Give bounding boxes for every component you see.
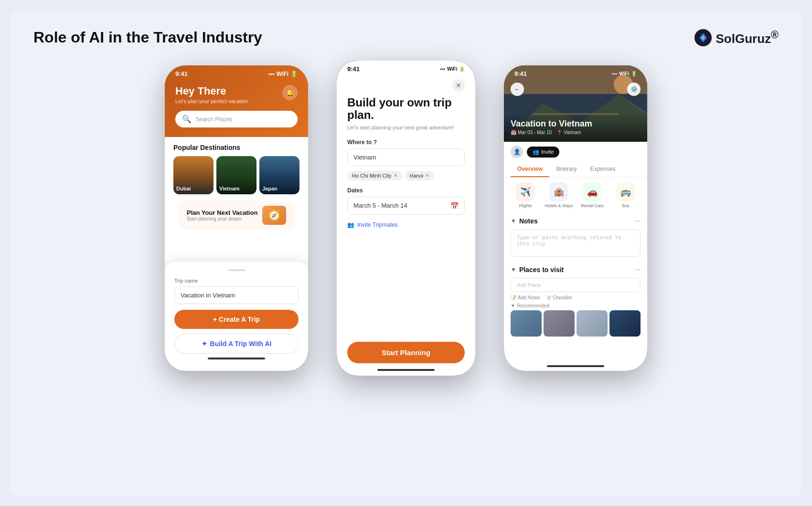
- status-bar-phone1: 9:41 ▪▪▪ WiFi 🔋: [165, 65, 308, 79]
- notes-chevron[interactable]: ▼: [511, 218, 516, 224]
- tab-expenses[interactable]: Expenses: [584, 162, 622, 177]
- build-title: Build your own trip plan.: [347, 96, 465, 122]
- checklist-action[interactable]: ☰ Checklist: [547, 295, 572, 300]
- rec-image-1[interactable]: [511, 310, 542, 337]
- search-icon: 🔍: [182, 115, 192, 124]
- build-ai-trip-button[interactable]: ✦ Build A Trip With AI: [174, 334, 299, 354]
- page-container: Role of AI in the Travel Industry SolGur…: [10, 10, 802, 496]
- city-tags: Ho Chi Minh City ✕ Hanoi ✕: [347, 171, 465, 180]
- where-to-label: Where to ?: [347, 139, 465, 146]
- recommended-images: [511, 310, 641, 337]
- rec-image-2[interactable]: [544, 310, 575, 337]
- close-button[interactable]: ✕: [452, 79, 465, 92]
- where-to-input[interactable]: Vietnam: [347, 148, 465, 166]
- notes-section: ▼ Notes ··· Type or paste anything relat…: [504, 213, 647, 263]
- user-avatar: 👤: [511, 146, 523, 158]
- add-place-input[interactable]: Add Place: [511, 278, 641, 292]
- time-phone3: 9:41: [514, 70, 527, 77]
- dest-label-dubai: Dubai: [176, 186, 191, 191]
- notes-more-button[interactable]: ···: [634, 217, 641, 225]
- remove-hanoi[interactable]: ✕: [425, 173, 429, 178]
- tag-hanoi: Hanoi ✕: [405, 171, 434, 180]
- invite-plus-icon: 👥: [533, 149, 539, 155]
- search-bar[interactable]: 🔍 Search Places: [175, 111, 298, 127]
- phones-area: 9:41 ▪▪▪ WiFi 🔋 Hey There Let's plan you…: [33, 61, 779, 376]
- recommended-chevron: ▼: [511, 303, 515, 308]
- home-indicator-phone3: [504, 361, 647, 369]
- hotels-label: Hotels & Stays: [545, 203, 573, 208]
- service-rental[interactable]: 🚗 Rental Cars: [577, 182, 607, 208]
- home-indicator-phone2: [337, 365, 475, 373]
- plan-illustration: 🧭: [262, 206, 286, 225]
- places-actions: 📝 Add Notes ☰ Checklist: [511, 295, 641, 300]
- create-trip-button[interactable]: + Create A Trip: [174, 310, 299, 329]
- status-icons-phone2: ▪▪▪ WiFi 🔋: [440, 66, 465, 72]
- trip-builder-content: ✕ Build your own trip plan. Let's start …: [337, 74, 475, 242]
- tab-overview[interactable]: Overview: [511, 162, 549, 177]
- flights-icon: ✈️: [516, 182, 535, 201]
- service-flights[interactable]: ✈️ Flights: [511, 182, 540, 208]
- dest-label-vietnam: Vietnam: [219, 186, 240, 191]
- plan-vacation-section: Plan Your Next Vacation Start planning y…: [178, 201, 295, 230]
- remove-hcmc[interactable]: ✕: [394, 173, 397, 178]
- dates-label: Dates: [347, 187, 465, 194]
- add-notes-action[interactable]: 📝 Add Notes: [511, 295, 540, 300]
- places-more-button[interactable]: ···: [634, 265, 641, 274]
- service-hotels[interactable]: 🏨 Hotels & Stays: [544, 182, 574, 208]
- modal-handle: [228, 269, 245, 271]
- page-title: Role of AI in the Travel Industry: [33, 29, 262, 46]
- solguruz-logo-icon: [694, 29, 712, 46]
- notes-title: Notes: [519, 217, 538, 225]
- service-bus[interactable]: 🚌 Bus: [611, 182, 641, 208]
- date-range: 📅 Mar 03 - Mar 10: [511, 130, 552, 135]
- trip-name-input[interactable]: Vacation in Vietnam: [174, 286, 299, 304]
- rental-label: Rental Cars: [581, 203, 604, 208]
- places-section: ▼ Places to visit ··· Add Place 📝 Add No…: [504, 263, 647, 339]
- invite-chip[interactable]: 👥 Invite: [527, 147, 559, 158]
- logo-text: SolGuruz®: [716, 29, 779, 46]
- flights-label: Flights: [519, 203, 532, 208]
- settings-button[interactable]: ⚙️: [627, 83, 641, 96]
- notes-header: ▼ Notes ···: [511, 217, 641, 225]
- phone-trip-detail: ← ⚙️ Vacation to Vietnam 📅 Mar 03 - Mar …: [504, 65, 647, 371]
- add-notes-icon: 📝: [511, 295, 516, 300]
- dest-card-dubai[interactable]: Dubai: [173, 156, 214, 194]
- destinations-grid: Dubai Vietnam Japan: [173, 156, 299, 194]
- places-header: ▼ Places to visit ···: [511, 265, 641, 274]
- popular-title: Popular Destinations: [173, 144, 299, 151]
- plan-title: Plan Your Next Vacation: [187, 209, 257, 216]
- checklist-icon: ☰: [547, 295, 551, 300]
- tab-itinerary[interactable]: Itinerary: [549, 162, 583, 177]
- date-input[interactable]: March 5 - March 14 📅: [347, 197, 465, 215]
- subtitle: Let's plan your perfect vacation: [175, 98, 248, 104]
- trip-hero: ← ⚙️ Vacation to Vietnam 📅 Mar 03 - Mar …: [504, 65, 647, 142]
- status-bar-phone3: 9:41 ▪▪▪ WiFi 🔋: [504, 65, 647, 79]
- trip-hero-overlay: Vacation to Vietnam 📅 Mar 03 - Mar 10 📍 …: [504, 112, 647, 142]
- rec-image-4[interactable]: [609, 310, 641, 337]
- invite-section: 👤 👥 Invite: [504, 142, 647, 162]
- rec-image-3[interactable]: [577, 310, 608, 337]
- hotels-icon: 🏨: [549, 182, 568, 201]
- home-indicator-phone1: [174, 354, 299, 361]
- greeting: Hey There: [175, 85, 248, 97]
- start-planning-button[interactable]: Start Planning: [347, 342, 465, 363]
- plan-sub: Start planning your dream: [187, 216, 257, 221]
- invite-tripmates[interactable]: 👥 Invite Tripmates: [347, 221, 465, 228]
- build-subtitle: Let's start planning your next great adv…: [347, 125, 465, 130]
- recommended-label: ▼ Recommended: [511, 303, 641, 308]
- phone1-header: Hey There Let's plan your perfect vacati…: [165, 79, 308, 137]
- date-value: March 5 - March 14: [353, 202, 407, 209]
- bus-label: Bus: [622, 203, 630, 208]
- create-trip-modal: Trip name Vacation in Vietnam + Create A…: [165, 262, 308, 371]
- time-phone1: 9:41: [175, 70, 188, 77]
- rental-icon: 🚗: [583, 182, 602, 201]
- back-button[interactable]: ←: [511, 83, 524, 96]
- dest-card-japan[interactable]: Japan: [259, 156, 299, 194]
- tag-hcmc: Ho Chi Minh City ✕: [347, 171, 402, 180]
- notes-textarea[interactable]: Type or paste anything related to this t…: [511, 229, 641, 257]
- notification-button[interactable]: 🔔: [282, 85, 298, 100]
- phone-trip-builder: 9:41 ▪▪▪ WiFi 🔋 ✕ Build your own trip pl…: [337, 61, 475, 376]
- places-chevron[interactable]: ▼: [511, 266, 516, 273]
- logo: SolGuruz®: [694, 29, 779, 46]
- dest-card-vietnam[interactable]: Vietnam: [216, 156, 256, 194]
